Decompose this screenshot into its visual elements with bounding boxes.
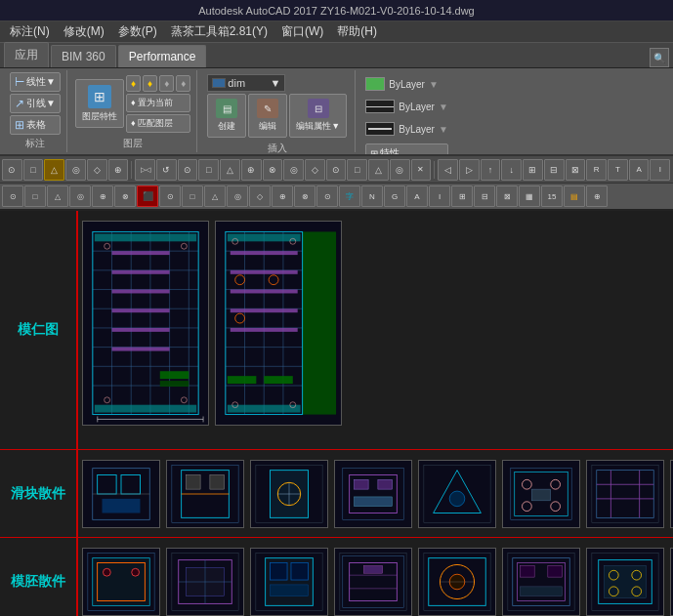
tb-btn-26[interactable]: ⊟ <box>544 159 565 181</box>
tb2-btn-12[interactable]: ◇ <box>249 185 271 207</box>
tb2-btn-26[interactable]: ▤ <box>564 185 585 207</box>
tb-btn-17[interactable]: □ <box>347 159 367 181</box>
tb-btn-6[interactable]: ⊕ <box>108 159 129 181</box>
tb2-btn-19[interactable]: A <box>406 185 428 207</box>
match-properties-btn[interactable]: ⊞ 特性 <box>365 144 448 156</box>
tb2-btn-27[interactable]: ⊕ <box>586 185 608 207</box>
tb2-btn-7[interactable]: ⬛ <box>137 185 158 207</box>
tb2-btn-13[interactable]: ⊕ <box>272 185 293 207</box>
tb-btn-10[interactable]: □ <box>198 159 219 181</box>
layer-properties-btn[interactable]: ⊞ 图层特性 <box>75 79 124 128</box>
menu-xiugai[interactable]: 修改(M) <box>58 21 110 42</box>
bylayer-arrow3[interactable]: ▼ <box>439 124 448 135</box>
tb2-btn-2[interactable]: □ <box>24 185 46 207</box>
tb-btn-8[interactable]: ↺ <box>156 159 177 181</box>
tb2-btn-5[interactable]: ⊕ <box>92 185 113 207</box>
tb2-btn-9[interactable]: □ <box>182 185 203 207</box>
tb-btn-25[interactable]: ⊞ <box>523 159 543 181</box>
layer-dropdown[interactable]: dim ▼ <box>207 74 285 92</box>
row-label-muren: 模仁图 <box>0 211 78 449</box>
tb2-btn-17[interactable]: N <box>361 185 383 207</box>
dim-color-box <box>212 78 226 88</box>
bylayer-arrow2[interactable]: ▼ <box>439 102 448 112</box>
svg-rect-17 <box>112 251 170 255</box>
tb-btn-9[interactable]: ⊙ <box>178 159 198 181</box>
layer-btn1[interactable]: ♦ <box>126 75 141 92</box>
menu-canshu[interactable]: 参数(P) <box>112 21 163 42</box>
tb2-btn-21[interactable]: ⊞ <box>451 185 473 207</box>
menu-help[interactable]: 帮助(H) <box>331 21 383 42</box>
menu-biaozhun[interactable]: 标注(N) <box>4 21 56 42</box>
tb2-btn-8[interactable]: ⊙ <box>159 185 181 207</box>
svg-rect-51 <box>231 270 298 274</box>
tb-btn-7[interactable]: ▷◁ <box>135 159 155 181</box>
tb-btn-29[interactable]: T <box>608 159 628 181</box>
tb-btn-11[interactable]: △ <box>220 159 240 181</box>
edit-btn[interactable]: ✎ 编辑 <box>248 94 287 138</box>
make-current-btn[interactable]: ♦ 置为当前 <box>126 94 190 112</box>
tb-btn-28[interactable]: R <box>586 159 607 181</box>
layer-btn4[interactable]: ♦ <box>176 75 190 92</box>
svg-rect-58 <box>228 376 257 384</box>
tb2-btn-1[interactable]: ⊙ <box>2 185 23 207</box>
match-layer-btn[interactable]: ♦ 匹配图层 <box>126 114 190 133</box>
tb-btn-18[interactable]: △ <box>368 159 389 181</box>
table-btn[interactable]: ⊞ 表格 <box>10 115 61 135</box>
tb2-btn-22[interactable]: ⊟ <box>474 185 495 207</box>
tb2-btn-6[interactable]: ⊗ <box>114 185 136 207</box>
tb2-btn-4[interactable]: ◎ <box>69 185 91 207</box>
linetype-box <box>365 100 395 113</box>
ribbon-group-insert: dim ▼ ▤ 创建 ✎ 编辑 ⊟ 编辑属性▼ 插入 <box>199 70 356 152</box>
tb-btn-31[interactable]: I <box>650 159 670 181</box>
tb-btn-19[interactable]: ◎ <box>390 159 410 181</box>
layer-btn2[interactable]: ♦ <box>143 75 157 92</box>
tb-btn-14[interactable]: ◎ <box>283 159 304 181</box>
group-label-insert: 插入 <box>268 142 287 155</box>
tb-btn-21[interactable]: ◁ <box>438 159 458 181</box>
menu-window[interactable]: 窗口(W) <box>275 21 329 42</box>
tb-btn-15[interactable]: ◇ <box>305 159 325 181</box>
layer-btn3[interactable]: ♦ <box>159 75 174 92</box>
insert-buttons: ▤ 创建 ✎ 编辑 ⊟ 编辑属性▼ <box>207 94 347 138</box>
create-btn[interactable]: ▤ 创建 <box>207 94 246 138</box>
tb2-btn-14[interactable]: ⊗ <box>294 185 315 207</box>
tb-btn-27[interactable]: ⊠ <box>566 159 586 181</box>
tb-btn-23[interactable]: ↑ <box>481 159 501 181</box>
tb2-btn-25[interactable]: 15 <box>541 185 563 207</box>
tb-btn-4[interactable]: ◎ <box>65 159 86 181</box>
tb2-btn-10[interactable]: △ <box>204 185 226 207</box>
tb2-btn-16[interactable]: 字 <box>339 185 360 207</box>
tb-btn-16[interactable]: ⊙ <box>326 159 347 181</box>
tab-performance[interactable]: Performance <box>118 45 207 67</box>
tb2-btn-24[interactable]: ▦ <box>519 185 540 207</box>
mopei-drawing-2 <box>166 548 244 616</box>
edit-attr-btn[interactable]: ⊟ 编辑属性▼ <box>289 94 347 138</box>
tb-btn-12[interactable]: ⊕ <box>241 159 262 181</box>
tb2-btn-18[interactable]: G <box>384 185 405 207</box>
menu-toolbox[interactable]: 蒸茶工具箱2.81(Y) <box>165 21 273 42</box>
color-swatch1[interactable] <box>365 77 385 91</box>
svg-rect-142 <box>271 585 309 596</box>
tb2-btn-15[interactable]: ⊙ <box>316 185 338 207</box>
search-icon[interactable]: 🔍 <box>650 48 669 67</box>
bylayer-arrow1[interactable]: ▼ <box>429 79 439 90</box>
tb2-btn-3[interactable]: △ <box>47 185 68 207</box>
tab-bim360[interactable]: BIM 360 <box>51 45 116 67</box>
tb2-btn-11[interactable]: ◎ <box>227 185 248 207</box>
tb-btn-3[interactable]: △ <box>44 159 64 181</box>
tb-btn-2[interactable]: □ <box>23 159 44 181</box>
bylayer-label2: ByLayer <box>399 102 435 112</box>
tb-btn-20[interactable]: ✕ <box>411 159 432 181</box>
tb-btn-13[interactable]: ⊗ <box>263 159 283 181</box>
tb-btn-22[interactable]: ▷ <box>459 159 480 181</box>
tb2-btn-23[interactable]: ⊠ <box>496 185 518 207</box>
tb-btn-5[interactable]: ◇ <box>87 159 107 181</box>
tab-app[interactable]: 应用 <box>4 42 49 67</box>
small-drawing-2 <box>166 460 244 528</box>
tb2-btn-20[interactable]: I <box>429 185 450 207</box>
tb-btn-1[interactable]: ⊙ <box>2 159 22 181</box>
tb-btn-24[interactable]: ↓ <box>501 159 522 181</box>
linear-btn[interactable]: ⊢ 线性▼ <box>10 72 61 92</box>
tb-btn-30[interactable]: A <box>629 159 650 181</box>
leader-btn[interactable]: ↗ 引线▼ <box>10 94 61 113</box>
